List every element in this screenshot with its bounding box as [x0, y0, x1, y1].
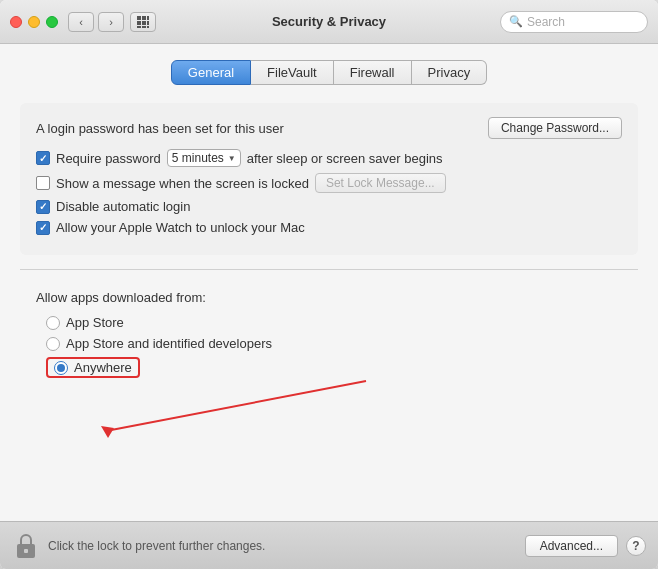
disable-autologin-checkbox[interactable] [36, 200, 50, 214]
anywhere-label: Anywhere [74, 360, 132, 375]
main-window: ‹ › Security & Privacy 🔍 Search [0, 0, 658, 569]
app-store-identified-radio-row: App Store and identified developers [46, 336, 622, 351]
apple-watch-row: Allow your Apple Watch to unlock your Ma… [36, 220, 622, 235]
show-message-row: Show a message when the screen is locked… [36, 173, 622, 193]
svg-rect-8 [147, 26, 149, 28]
anywhere-radio-row: Anywhere [46, 357, 622, 378]
show-message-label: Show a message when the screen is locked [56, 176, 309, 191]
maximize-button[interactable] [46, 16, 58, 28]
search-box[interactable]: 🔍 Search [500, 11, 648, 33]
grid-button[interactable] [130, 12, 156, 32]
section-divider [20, 269, 638, 270]
apple-watch-checkbox[interactable] [36, 221, 50, 235]
svg-rect-1 [142, 16, 146, 20]
content-area: General FileVault Firewall Privacy A log… [0, 44, 658, 521]
disable-autologin-label: Disable automatic login [56, 199, 190, 214]
nav-buttons: ‹ › [68, 12, 124, 32]
advanced-button[interactable]: Advanced... [525, 535, 618, 557]
login-section: A login password has been set for this u… [20, 103, 638, 255]
svg-rect-2 [147, 16, 149, 20]
tab-privacy[interactable]: Privacy [412, 60, 488, 85]
app-store-radio[interactable] [46, 316, 60, 330]
set-lock-message-button[interactable]: Set Lock Message... [315, 173, 446, 193]
bottom-bar: Click the lock to prevent further change… [0, 521, 658, 569]
require-password-label: Require password [56, 151, 161, 166]
traffic-lights [10, 16, 58, 28]
app-store-identified-radio[interactable] [46, 337, 60, 351]
lock-section: Click the lock to prevent further change… [12, 532, 265, 560]
search-icon: 🔍 [509, 15, 523, 28]
svg-marker-10 [101, 426, 114, 438]
lock-svg [14, 532, 38, 560]
disable-autologin-row: Disable automatic login [36, 199, 622, 214]
svg-rect-7 [142, 26, 146, 28]
apple-watch-label: Allow your Apple Watch to unlock your Ma… [56, 220, 305, 235]
tab-bar: General FileVault Firewall Privacy [20, 60, 638, 85]
password-timeout-value: 5 minutes [172, 151, 224, 165]
svg-rect-4 [142, 21, 146, 25]
downloads-section: Allow apps downloaded from: App Store Ap… [20, 280, 638, 476]
app-store-identified-label: App Store and identified developers [66, 336, 272, 351]
forward-button[interactable]: › [98, 12, 124, 32]
svg-rect-6 [137, 26, 141, 28]
svg-rect-12 [24, 549, 28, 553]
svg-rect-5 [147, 21, 149, 25]
close-button[interactable] [10, 16, 22, 28]
login-row: A login password has been set for this u… [36, 117, 622, 139]
help-button[interactable]: ? [626, 536, 646, 556]
bottom-buttons: Advanced... ? [525, 535, 646, 557]
svg-rect-0 [137, 16, 141, 20]
require-password-row: Require password 5 minutes ▼ after sleep… [36, 149, 622, 167]
password-timeout-dropdown[interactable]: 5 minutes ▼ [167, 149, 241, 167]
lock-text: Click the lock to prevent further change… [48, 539, 265, 553]
downloads-label: Allow apps downloaded from: [36, 290, 622, 305]
title-bar: ‹ › Security & Privacy 🔍 Search [0, 0, 658, 44]
app-store-label: App Store [66, 315, 124, 330]
after-sleep-label: after sleep or screen saver begins [247, 151, 443, 166]
search-placeholder: Search [527, 15, 565, 29]
login-label: A login password has been set for this u… [36, 121, 284, 136]
tab-filevault[interactable]: FileVault [251, 60, 334, 85]
annotation-arrow-icon [96, 376, 376, 446]
app-store-radio-row: App Store [46, 315, 622, 330]
downloads-radio-group: App Store App Store and identified devel… [36, 315, 622, 378]
require-password-checkbox[interactable] [36, 151, 50, 165]
minimize-button[interactable] [28, 16, 40, 28]
lock-icon[interactable] [12, 532, 40, 560]
window-title: Security & Privacy [272, 14, 386, 29]
tab-firewall[interactable]: Firewall [334, 60, 412, 85]
back-button[interactable]: ‹ [68, 12, 94, 32]
anywhere-highlight: Anywhere [46, 357, 140, 378]
change-password-button[interactable]: Change Password... [488, 117, 622, 139]
arrow-annotation [36, 386, 622, 466]
svg-line-9 [106, 381, 366, 431]
tab-general[interactable]: General [171, 60, 251, 85]
anywhere-radio[interactable] [54, 361, 68, 375]
svg-rect-3 [137, 21, 141, 25]
show-message-checkbox[interactable] [36, 176, 50, 190]
dropdown-arrow-icon: ▼ [228, 154, 236, 163]
